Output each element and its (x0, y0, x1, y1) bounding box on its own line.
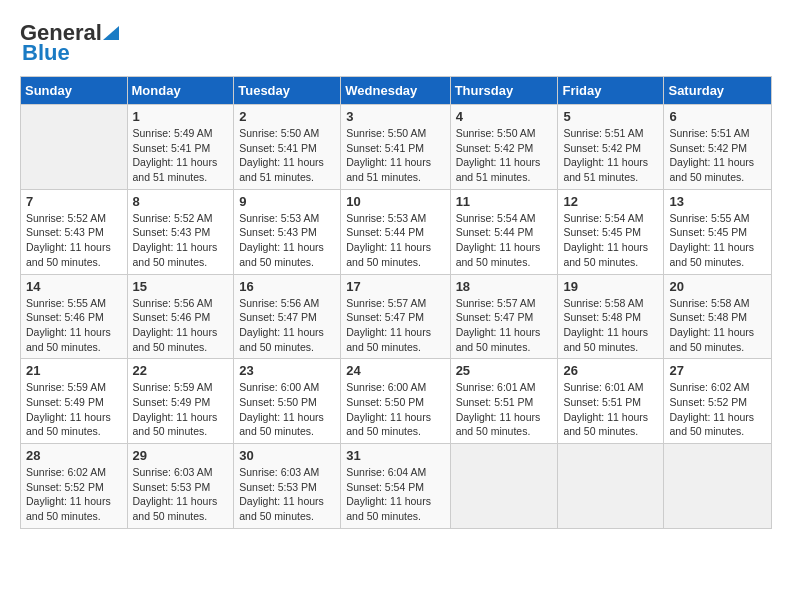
day-cell: 9Sunrise: 5:53 AM Sunset: 5:43 PM Daylig… (234, 189, 341, 274)
day-cell: 5Sunrise: 5:51 AM Sunset: 5:42 PM Daylig… (558, 105, 664, 190)
day-cell: 6Sunrise: 5:51 AM Sunset: 5:42 PM Daylig… (664, 105, 772, 190)
day-number: 30 (239, 448, 335, 463)
day-cell: 12Sunrise: 5:54 AM Sunset: 5:45 PM Dayli… (558, 189, 664, 274)
day-cell: 26Sunrise: 6:01 AM Sunset: 5:51 PM Dayli… (558, 359, 664, 444)
day-cell: 30Sunrise: 6:03 AM Sunset: 5:53 PM Dayli… (234, 444, 341, 529)
day-cell: 28Sunrise: 6:02 AM Sunset: 5:52 PM Dayli… (21, 444, 128, 529)
week-row-4: 21Sunrise: 5:59 AM Sunset: 5:49 PM Dayli… (21, 359, 772, 444)
day-info: Sunrise: 5:58 AM Sunset: 5:48 PM Dayligh… (669, 296, 766, 355)
day-info: Sunrise: 6:02 AM Sunset: 5:52 PM Dayligh… (26, 465, 122, 524)
day-number: 31 (346, 448, 444, 463)
header-saturday: Saturday (664, 77, 772, 105)
day-info: Sunrise: 5:56 AM Sunset: 5:47 PM Dayligh… (239, 296, 335, 355)
day-info: Sunrise: 5:56 AM Sunset: 5:46 PM Dayligh… (133, 296, 229, 355)
day-cell: 31Sunrise: 6:04 AM Sunset: 5:54 PM Dayli… (341, 444, 450, 529)
page-header: General Blue (20, 20, 772, 66)
day-info: Sunrise: 5:50 AM Sunset: 5:41 PM Dayligh… (239, 126, 335, 185)
header-wednesday: Wednesday (341, 77, 450, 105)
header-thursday: Thursday (450, 77, 558, 105)
day-number: 20 (669, 279, 766, 294)
day-number: 5 (563, 109, 658, 124)
day-number: 3 (346, 109, 444, 124)
header-monday: Monday (127, 77, 234, 105)
day-cell: 18Sunrise: 5:57 AM Sunset: 5:47 PM Dayli… (450, 274, 558, 359)
week-row-3: 14Sunrise: 5:55 AM Sunset: 5:46 PM Dayli… (21, 274, 772, 359)
day-number: 29 (133, 448, 229, 463)
day-info: Sunrise: 5:50 AM Sunset: 5:41 PM Dayligh… (346, 126, 444, 185)
day-cell: 16Sunrise: 5:56 AM Sunset: 5:47 PM Dayli… (234, 274, 341, 359)
day-number: 26 (563, 363, 658, 378)
day-info: Sunrise: 6:01 AM Sunset: 5:51 PM Dayligh… (456, 380, 553, 439)
day-info: Sunrise: 5:57 AM Sunset: 5:47 PM Dayligh… (456, 296, 553, 355)
day-info: Sunrise: 5:52 AM Sunset: 5:43 PM Dayligh… (26, 211, 122, 270)
day-info: Sunrise: 6:02 AM Sunset: 5:52 PM Dayligh… (669, 380, 766, 439)
day-cell: 20Sunrise: 5:58 AM Sunset: 5:48 PM Dayli… (664, 274, 772, 359)
day-info: Sunrise: 5:55 AM Sunset: 5:45 PM Dayligh… (669, 211, 766, 270)
day-info: Sunrise: 5:51 AM Sunset: 5:42 PM Dayligh… (563, 126, 658, 185)
day-number: 6 (669, 109, 766, 124)
day-cell: 25Sunrise: 6:01 AM Sunset: 5:51 PM Dayli… (450, 359, 558, 444)
day-number: 23 (239, 363, 335, 378)
day-number: 10 (346, 194, 444, 209)
week-row-2: 7Sunrise: 5:52 AM Sunset: 5:43 PM Daylig… (21, 189, 772, 274)
header-friday: Friday (558, 77, 664, 105)
day-cell: 3Sunrise: 5:50 AM Sunset: 5:41 PM Daylig… (341, 105, 450, 190)
day-info: Sunrise: 5:59 AM Sunset: 5:49 PM Dayligh… (26, 380, 122, 439)
day-number: 16 (239, 279, 335, 294)
day-number: 27 (669, 363, 766, 378)
header-tuesday: Tuesday (234, 77, 341, 105)
day-cell (21, 105, 128, 190)
day-number: 24 (346, 363, 444, 378)
day-number: 1 (133, 109, 229, 124)
day-info: Sunrise: 5:51 AM Sunset: 5:42 PM Dayligh… (669, 126, 766, 185)
day-cell: 14Sunrise: 5:55 AM Sunset: 5:46 PM Dayli… (21, 274, 128, 359)
day-number: 25 (456, 363, 553, 378)
day-cell: 13Sunrise: 5:55 AM Sunset: 5:45 PM Dayli… (664, 189, 772, 274)
day-info: Sunrise: 5:54 AM Sunset: 5:45 PM Dayligh… (563, 211, 658, 270)
day-cell: 2Sunrise: 5:50 AM Sunset: 5:41 PM Daylig… (234, 105, 341, 190)
day-cell: 21Sunrise: 5:59 AM Sunset: 5:49 PM Dayli… (21, 359, 128, 444)
day-cell (450, 444, 558, 529)
day-number: 15 (133, 279, 229, 294)
day-cell: 17Sunrise: 5:57 AM Sunset: 5:47 PM Dayli… (341, 274, 450, 359)
logo: General Blue (20, 20, 120, 66)
day-cell: 29Sunrise: 6:03 AM Sunset: 5:53 PM Dayli… (127, 444, 234, 529)
day-cell: 23Sunrise: 6:00 AM Sunset: 5:50 PM Dayli… (234, 359, 341, 444)
day-number: 9 (239, 194, 335, 209)
day-cell: 15Sunrise: 5:56 AM Sunset: 5:46 PM Dayli… (127, 274, 234, 359)
day-info: Sunrise: 6:00 AM Sunset: 5:50 PM Dayligh… (346, 380, 444, 439)
day-info: Sunrise: 5:52 AM Sunset: 5:43 PM Dayligh… (133, 211, 229, 270)
calendar-body: 1Sunrise: 5:49 AM Sunset: 5:41 PM Daylig… (21, 105, 772, 529)
day-cell: 24Sunrise: 6:00 AM Sunset: 5:50 PM Dayli… (341, 359, 450, 444)
day-number: 17 (346, 279, 444, 294)
day-cell: 11Sunrise: 5:54 AM Sunset: 5:44 PM Dayli… (450, 189, 558, 274)
day-number: 21 (26, 363, 122, 378)
day-info: Sunrise: 6:03 AM Sunset: 5:53 PM Dayligh… (133, 465, 229, 524)
logo-icon (103, 26, 119, 40)
day-info: Sunrise: 5:53 AM Sunset: 5:43 PM Dayligh… (239, 211, 335, 270)
day-info: Sunrise: 5:59 AM Sunset: 5:49 PM Dayligh… (133, 380, 229, 439)
day-number: 4 (456, 109, 553, 124)
day-info: Sunrise: 5:49 AM Sunset: 5:41 PM Dayligh… (133, 126, 229, 185)
day-cell: 1Sunrise: 5:49 AM Sunset: 5:41 PM Daylig… (127, 105, 234, 190)
day-cell: 19Sunrise: 5:58 AM Sunset: 5:48 PM Dayli… (558, 274, 664, 359)
svg-marker-0 (103, 26, 119, 40)
day-number: 28 (26, 448, 122, 463)
day-cell: 10Sunrise: 5:53 AM Sunset: 5:44 PM Dayli… (341, 189, 450, 274)
week-row-5: 28Sunrise: 6:02 AM Sunset: 5:52 PM Dayli… (21, 444, 772, 529)
day-number: 19 (563, 279, 658, 294)
logo-blue-text: Blue (22, 40, 70, 66)
day-number: 12 (563, 194, 658, 209)
header-sunday: Sunday (21, 77, 128, 105)
day-number: 18 (456, 279, 553, 294)
calendar-header-row: SundayMondayTuesdayWednesdayThursdayFrid… (21, 77, 772, 105)
day-info: Sunrise: 6:01 AM Sunset: 5:51 PM Dayligh… (563, 380, 658, 439)
day-info: Sunrise: 5:57 AM Sunset: 5:47 PM Dayligh… (346, 296, 444, 355)
calendar-table: SundayMondayTuesdayWednesdayThursdayFrid… (20, 76, 772, 529)
day-info: Sunrise: 5:58 AM Sunset: 5:48 PM Dayligh… (563, 296, 658, 355)
week-row-1: 1Sunrise: 5:49 AM Sunset: 5:41 PM Daylig… (21, 105, 772, 190)
day-number: 13 (669, 194, 766, 209)
day-info: Sunrise: 6:00 AM Sunset: 5:50 PM Dayligh… (239, 380, 335, 439)
day-number: 11 (456, 194, 553, 209)
day-info: Sunrise: 5:54 AM Sunset: 5:44 PM Dayligh… (456, 211, 553, 270)
